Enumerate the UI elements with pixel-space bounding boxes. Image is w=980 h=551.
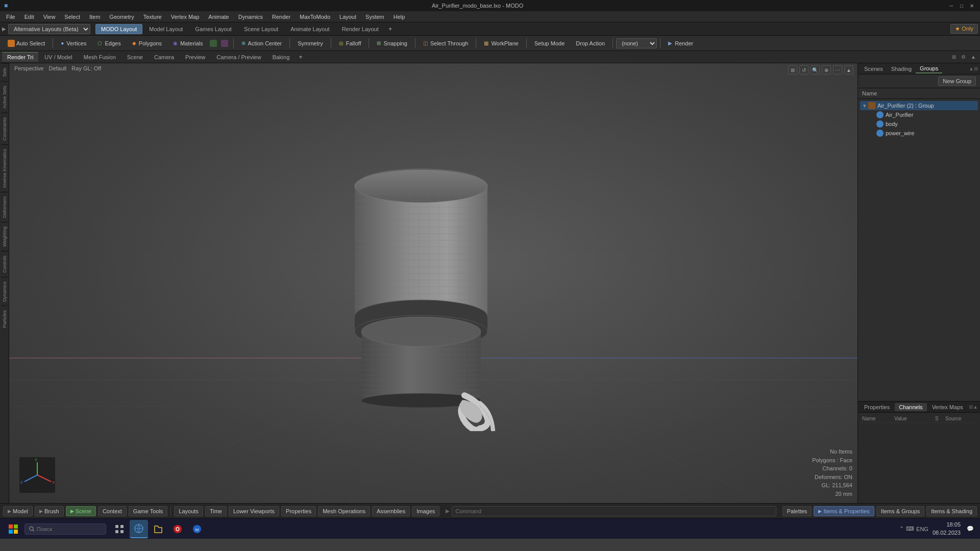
left-tab-dynamics[interactable]: Dynamics — [1, 277, 8, 306]
left-tab-sels[interactable]: Sels — [1, 63, 8, 81]
rp-tab-shading[interactable]: Shading — [887, 65, 916, 73]
left-tab-active-sets[interactable]: Active Sets — [1, 81, 8, 113]
brp-tab-channels[interactable]: Channels — [895, 403, 926, 411]
menu-dynamics[interactable]: Dynamics — [234, 13, 267, 21]
menu-view[interactable]: View — [39, 13, 60, 21]
vp-tab-mesh-fusion[interactable]: Mesh Fusion — [79, 53, 121, 62]
workplane-button[interactable]: ▦ WorkPlane — [479, 38, 523, 48]
sb-palettes[interactable]: Palettes — [782, 506, 812, 516]
menu-geometry[interactable]: Geometry — [105, 13, 138, 21]
sys-icon-1[interactable]: ⌃ — [899, 525, 904, 532]
vp-tab-cam-preview[interactable]: Camera / Preview — [211, 53, 266, 62]
materials-button[interactable]: ◉ Materials — [168, 38, 208, 48]
left-tab-ik[interactable]: Inverse Kinematics — [1, 144, 8, 192]
sb-properties[interactable]: Properties — [281, 506, 316, 516]
menu-vertexmap[interactable]: Vertex Map — [167, 13, 204, 21]
menu-item[interactable]: Item — [85, 13, 104, 21]
sb-mesh-operations[interactable]: Mesh Operations — [318, 506, 370, 516]
taskbar-icon-browser[interactable] — [130, 520, 148, 538]
sb-time[interactable]: Time — [205, 506, 227, 516]
left-tab-weighting[interactable]: Weighting — [1, 222, 8, 251]
tree-item-air-purifier-group[interactable]: ▼ Air_Purifier (2) : Group — [860, 101, 978, 110]
sb-items-groups[interactable]: Items & Groups — [876, 506, 924, 516]
vp-tab-camera[interactable]: Camera — [149, 53, 179, 62]
restore-button[interactable]: □ — [958, 2, 966, 10]
layout-tab-modo[interactable]: MODO Layout — [95, 24, 142, 34]
viewport-maximize-btn[interactable]: ▲ — [969, 53, 978, 61]
brp-tab-vertex-maps[interactable]: Vertex Maps — [928, 403, 967, 411]
menu-edit[interactable]: Edit — [20, 13, 38, 21]
left-tab-constraints[interactable]: Constraints — [1, 113, 8, 145]
menu-render[interactable]: Render — [268, 13, 295, 21]
layout-add-button[interactable]: + — [385, 24, 396, 34]
edges-button[interactable]: ⬡ Edges — [93, 38, 125, 48]
render-button[interactable]: ▶ Render — [664, 38, 698, 48]
setup-mode-button[interactable]: Setup Mode — [530, 38, 569, 48]
vp-tab-render-tri[interactable]: Render Tri — [2, 52, 38, 62]
polygons-button[interactable]: ◆ Polygons — [128, 38, 166, 48]
tree-item-air-purifier[interactable]: Air_Purifier — [860, 110, 978, 119]
menu-system[interactable]: System — [361, 13, 388, 21]
layout-tab-render[interactable]: Render Layout — [336, 24, 384, 34]
sb-layouts[interactable]: Layouts — [174, 506, 203, 516]
vp-ctrl-3[interactable]: ⊕ — [822, 65, 831, 74]
vp-ctrl-1[interactable]: ⊞ — [788, 65, 797, 74]
sb-context[interactable]: Context — [98, 506, 127, 516]
vp-ctrl-2[interactable]: ↺ — [799, 65, 808, 74]
command-input[interactable] — [452, 506, 776, 516]
menu-maxtomodo[interactable]: MaxToModo — [296, 13, 334, 21]
vp-tab-uv-model[interactable]: UV / Model — [39, 53, 77, 62]
action-center-button[interactable]: ⊕ Action Center — [237, 38, 287, 48]
vp-ctrl-zoom[interactable]: 🔍 — [811, 65, 820, 74]
sb-items-shading[interactable]: Items & Shading — [926, 506, 977, 516]
drop-action-button[interactable]: Drop Action — [571, 38, 609, 48]
snapping-button[interactable]: ⊞ Snapping — [372, 38, 412, 48]
vp-tab-baking[interactable]: Baking — [267, 53, 295, 62]
taskbar-icon-files[interactable] — [149, 520, 167, 538]
layout-tab-model[interactable]: Model Layout — [143, 24, 188, 34]
vp-ctrl-5[interactable]: ▲ — [844, 65, 853, 74]
viewport-settings-btn[interactable]: ⚙ — [959, 53, 968, 61]
menu-file[interactable]: File — [2, 13, 19, 21]
symmetry-button[interactable]: Symmetry — [293, 38, 328, 48]
layout-tab-scene[interactable]: Scene Layout — [238, 24, 284, 34]
viewport[interactable]: X Y Z Perspective Default Ray GL: Off ⊞ … — [9, 63, 857, 503]
menu-help[interactable]: Help — [389, 13, 409, 21]
sb-brush[interactable]: ▶ Brush — [35, 506, 64, 516]
rp-tab-scenes[interactable]: Scenes — [860, 65, 887, 73]
taskbar-icon-app2[interactable]: M — [188, 520, 206, 538]
keyboard-icon[interactable]: ⌨ — [906, 525, 914, 532]
select-through-button[interactable]: ◫ Select Through — [419, 38, 473, 48]
menu-layout[interactable]: Layout — [335, 13, 360, 21]
vp-tab-preview[interactable]: Preview — [180, 53, 210, 62]
minimize-button[interactable]: ─ — [947, 2, 955, 10]
brp-expand-btn[interactable]: ⊞▲ — [969, 404, 978, 410]
tree-item-power-wire[interactable]: power_wire — [860, 129, 978, 138]
taskbar-icon-view[interactable] — [110, 520, 129, 538]
menu-select[interactable]: Select — [60, 13, 84, 21]
sb-lower-viewports[interactable]: Lower Viewports — [229, 506, 279, 516]
vp-ctrl-4[interactable]: ⋯ — [833, 65, 842, 74]
sb-model[interactable]: ▶ Model — [3, 506, 33, 516]
falloff-button[interactable]: ◎ Falloff — [334, 38, 366, 48]
tree-item-body[interactable]: body — [860, 119, 978, 129]
start-button[interactable] — [4, 520, 22, 538]
brp-tab-properties[interactable]: Properties — [860, 403, 894, 411]
taskbar-icon-app1[interactable]: O — [168, 520, 187, 538]
sb-images[interactable]: Images — [412, 506, 439, 516]
layout-tab-games[interactable]: Games Layout — [189, 24, 237, 34]
taskbar-search-input[interactable] — [37, 526, 102, 532]
close-button[interactable]: ✕ — [968, 2, 976, 10]
auto-select-button[interactable]: Auto Select — [3, 38, 50, 49]
sb-scene[interactable]: ▶ Scene — [66, 506, 96, 516]
taskbar-search-bar[interactable] — [24, 523, 106, 535]
left-tab-controls[interactable]: Controls — [1, 251, 8, 277]
sb-assemblies[interactable]: Assemblies — [372, 506, 410, 516]
rp-expand-btn[interactable]: ▲⊞ — [969, 66, 978, 71]
sb-items-properties[interactable]: ▶ Items & Properties — [814, 506, 874, 516]
none-dropdown[interactable]: (none) — [616, 38, 657, 48]
vertices-button[interactable]: ● Vertices — [56, 38, 91, 48]
menu-animate[interactable]: Animate — [204, 13, 233, 21]
window-controls[interactable]: ─ □ ✕ — [947, 2, 976, 10]
only-button[interactable]: ★ Only — [950, 24, 978, 34]
